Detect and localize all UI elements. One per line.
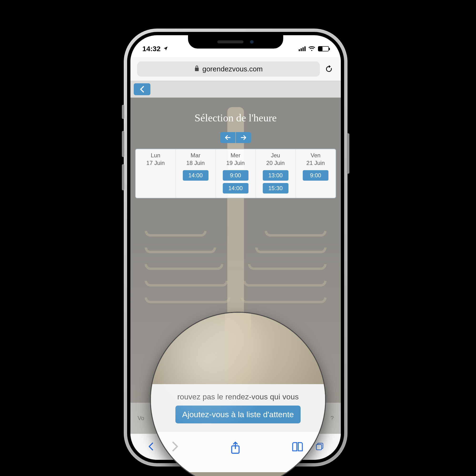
page-back-button[interactable] xyxy=(134,83,151,95)
day-date: 20 Juin xyxy=(257,160,293,166)
day-of-week: Mar xyxy=(178,152,214,159)
volume-up-button xyxy=(122,131,124,157)
prev-week-button[interactable] xyxy=(220,132,235,143)
day-of-week: Mer xyxy=(218,152,254,159)
reload-button[interactable] xyxy=(325,65,334,73)
status-time: 14:32 xyxy=(142,45,161,53)
waitlist-banner: rouvez pas le rendez-vous qui vous Ajout… xyxy=(151,384,325,432)
magnified-forward-button xyxy=(171,441,179,453)
mute-switch xyxy=(122,105,124,119)
magnified-share-button[interactable] xyxy=(229,441,241,456)
time-slot[interactable]: 13:00 xyxy=(263,170,289,181)
magnifier-spine xyxy=(225,312,251,384)
waitlist-prompt: rouvez pas le rendez-vous qui vous xyxy=(177,392,299,401)
day-of-week: Ven xyxy=(298,152,334,159)
day-date: 18 Juin xyxy=(178,160,214,166)
cellular-signal-icon xyxy=(299,46,306,51)
day-of-week: Lun xyxy=(137,152,173,159)
magnified-bookmarks-button[interactable] xyxy=(291,441,305,453)
browser-address-bar: gorendezvous.com xyxy=(130,57,341,81)
front-camera xyxy=(250,40,254,44)
lock-icon xyxy=(194,65,200,73)
next-week-button[interactable] xyxy=(236,132,251,143)
waitlist-button[interactable]: Ajoutez-vous à la liste d'attente xyxy=(175,406,301,424)
location-services-icon xyxy=(163,45,168,53)
time-slot[interactable]: 9:00 xyxy=(223,170,249,181)
time-slot[interactable]: 14:00 xyxy=(183,170,208,181)
schedule-col: Ven 21 Juin 9:00 xyxy=(296,149,336,198)
schedule-col: Mar 18 Juin 14:00 xyxy=(176,149,216,198)
time-slot[interactable]: 9:00 xyxy=(303,170,328,181)
waitlist-faint-left: Vo xyxy=(137,415,144,422)
browser-back-button[interactable] xyxy=(147,442,154,452)
page-title: Sélection de l'heure xyxy=(130,98,341,124)
time-slot[interactable]: 14:00 xyxy=(223,183,249,193)
schedule-col: Jeu 20 Juin 13:00 15:30 xyxy=(255,149,296,198)
waitlist-faint-right: ? xyxy=(331,415,334,422)
power-button xyxy=(347,133,349,174)
schedule-col: Mer 19 Juin 9:00 14:00 xyxy=(216,149,255,198)
schedule-col: Lun 17 Juin xyxy=(136,149,176,198)
time-slot[interactable]: 15:30 xyxy=(263,183,289,193)
schedule-grid: Lun 17 Juin Mar 18 Juin 14:00 xyxy=(135,149,336,198)
week-pager xyxy=(130,132,341,143)
day-of-week: Jeu xyxy=(257,152,293,159)
battery-icon xyxy=(318,46,329,51)
notch xyxy=(188,35,283,49)
tabs-button[interactable] xyxy=(315,442,324,452)
earpiece-speaker xyxy=(217,40,243,43)
address-domain: gorendezvous.com xyxy=(202,65,262,73)
svg-rect-2 xyxy=(316,444,322,450)
volume-down-button xyxy=(122,164,124,190)
address-pill[interactable]: gorendezvous.com xyxy=(137,61,320,77)
page-topbar xyxy=(130,81,341,98)
day-date: 17 Juin xyxy=(137,160,173,166)
day-date: 21 Juin xyxy=(298,160,334,166)
day-date: 19 Juin xyxy=(218,160,254,166)
wifi-icon xyxy=(308,46,315,51)
